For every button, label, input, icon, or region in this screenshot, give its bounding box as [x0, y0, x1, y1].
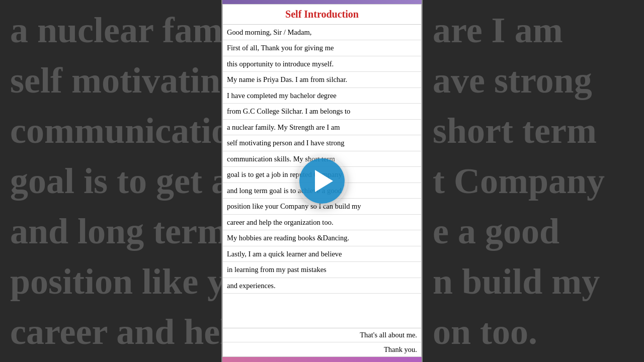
bg-left-2: self motivating: [10, 60, 231, 102]
bg-right-2: ave strong: [433, 60, 634, 102]
bg-right-7: on too.: [433, 311, 634, 353]
footer-line-2: Thank you.: [223, 342, 421, 356]
doc-line-1: Good morning, Sir / Madam,: [223, 25, 421, 40]
doc-line-8: self motivating person and I have strong: [223, 135, 421, 151]
bg-right-4: t Company: [433, 160, 634, 202]
bg-right-5: e a good: [433, 211, 634, 252]
top-bar: [222, 0, 422, 4]
doc-line-6: from G.C College Silchar. I am belongs t…: [223, 104, 421, 119]
bg-left-1: a nuclear famil: [10, 10, 231, 51]
doc-line-17: and experiences.: [223, 278, 421, 294]
doc-line-7: a nuclear family. My Strength are I am: [223, 120, 421, 135]
bg-left-3: communication: [10, 110, 231, 152]
bg-left-4: goal is to get a: [10, 160, 231, 202]
bg-right-6: n build my: [433, 261, 634, 303]
bottom-bar: [222, 357, 422, 362]
footer-line-1: That's all about me.: [223, 328, 421, 342]
doc-line-13: career and help the organization too.: [223, 215, 421, 230]
video-panel: Self Introduction Good morning, Sir / Ma…: [221, 0, 423, 362]
play-icon: [315, 170, 333, 192]
doc-line-4: My name is Priya Das. I am from silchar.: [223, 72, 421, 87]
doc-line-3: this opportunity to introduce myself.: [223, 56, 421, 72]
play-button[interactable]: [299, 158, 345, 204]
document-footer: That's all about me. Thank you.: [223, 328, 421, 356]
doc-line-5: I have completed my bachelor degree: [223, 88, 421, 104]
doc-line-15: Lastly, I am a quick learner and believe: [223, 246, 421, 262]
doc-line-16: in learning from my past mistakes: [223, 262, 421, 278]
bg-left-6: position like yo: [10, 261, 231, 303]
bg-right-3: short term: [433, 110, 634, 152]
doc-line-blank: [223, 294, 421, 309]
bg-right-1: are I am: [433, 10, 634, 51]
document-title: Self Introduction: [223, 5, 421, 25]
doc-line-14: My hobbies are reading books &Dancing.: [223, 230, 421, 246]
doc-line-2: First of all, Thank you for giving me: [223, 40, 421, 56]
bg-left-5: and long term: [10, 211, 231, 252]
bg-left-7: career and help: [10, 311, 231, 353]
